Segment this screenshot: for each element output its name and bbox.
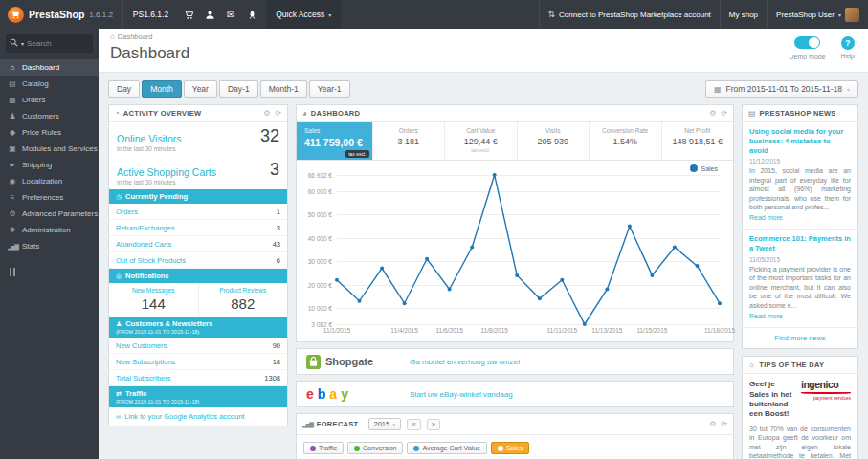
- toggle-sales[interactable]: Sales: [491, 442, 530, 454]
- settings-gear-icon[interactable]: ⚙: [709, 109, 716, 118]
- kpi-sales[interactable]: Sales 411 759,00 € tax excl.: [297, 122, 373, 160]
- chart-legend[interactable]: Sales: [690, 164, 718, 172]
- prestashop-home-link[interactable]: PrestaShop 1.6.1.2: [0, 7, 122, 23]
- toggle-average-cart-value[interactable]: Average Cart Value: [407, 442, 486, 454]
- toggle-traffic[interactable]: Traffic: [303, 442, 344, 454]
- demo-mode-toggle[interactable]: [794, 36, 820, 49]
- kpi-cart-value[interactable]: Cart Value 129,44 € tax excl.: [445, 122, 518, 160]
- row-value: 43: [273, 240, 280, 249]
- home-icon: ⌂: [110, 33, 115, 41]
- activity-overview-panel: ◔ ACTIVITY OVERVIEW ⚙ ⟳ Online Visitors …: [108, 104, 288, 426]
- pending-orders-row[interactable]: Orders1: [109, 204, 287, 220]
- kpi-orders[interactable]: Orders 3 181: [373, 122, 446, 160]
- shopgate-logo: Shopgate: [306, 355, 400, 369]
- kpi-label: Conversion Rate: [593, 127, 657, 134]
- my-shop-link[interactable]: My shop: [720, 0, 767, 29]
- onboarding-rocket-icon[interactable]: [241, 0, 262, 29]
- range-month-1-button[interactable]: Month-1: [260, 80, 307, 98]
- forecast-year-select[interactable]: 2015 ▾: [368, 418, 402, 430]
- sidebar-item-orders[interactable]: ▦Orders: [0, 92, 99, 108]
- pending-returns-row[interactable]: Return/Exchanges3: [109, 220, 287, 236]
- sidebar-item-shipping[interactable]: ►Shipping: [0, 157, 99, 173]
- toggle-conversion[interactable]: Conversion: [347, 442, 403, 454]
- refresh-icon[interactable]: ⟳: [721, 109, 727, 118]
- range-day-button[interactable]: Day: [108, 80, 140, 98]
- sidebar-item-customers[interactable]: ♟Customers: [0, 108, 99, 124]
- search-scope-caret-icon[interactable]: ▾: [21, 40, 24, 47]
- marketplace-connect-link[interactable]: ⇅ Connect to PrestaShop Marketplace acco…: [539, 0, 720, 29]
- kpi-value: 205 939: [522, 137, 586, 146]
- sidebar-item-preferences[interactable]: ≡Preferences: [0, 189, 99, 206]
- range-year-1-button[interactable]: Year-1: [309, 80, 350, 98]
- sidebar-search[interactable]: ▾: [6, 34, 93, 53]
- abandoned-carts-row[interactable]: Abandoned Carts43: [109, 236, 287, 252]
- total-subscribers-row[interactable]: Total Subscribers1308: [109, 370, 287, 386]
- date-range-button[interactable]: ▦ From 2015-11-01 To 2015-11-18 ▾: [705, 80, 858, 98]
- header-tools: Demo mode ? Help: [789, 36, 855, 60]
- sidebar-item-stats[interactable]: ▂▅▇Stats: [0, 238, 99, 254]
- refresh-icon[interactable]: ⟳: [721, 420, 727, 428]
- kpi-conversion-rate[interactable]: Conversion Rate 1.54%: [590, 122, 662, 160]
- ebay-logo: ebay: [306, 386, 400, 402]
- sidebar-item-price-rules[interactable]: ◆Price Rules: [0, 124, 99, 141]
- demo-mode-control: Demo mode: [789, 36, 825, 60]
- forecast-next-button[interactable]: »: [427, 419, 440, 430]
- range-day-1-button[interactable]: Day-1: [219, 80, 258, 98]
- sidebar-item-catalog[interactable]: ▤Catalog: [0, 76, 99, 92]
- cart-notifications-icon[interactable]: [178, 0, 199, 29]
- traffic-section-header: ⇄Traffic (FROM 2015-11-01 TO 2015-11-18): [109, 386, 287, 407]
- sidebar-item-localization[interactable]: ◉Localization: [0, 173, 99, 189]
- toggle-label: Conversion: [363, 445, 396, 451]
- sidebar-item-administration[interactable]: ❖Administration: [0, 222, 99, 238]
- new-customers-row[interactable]: New Customers90: [109, 338, 287, 354]
- product-reviews-stat[interactable]: Product Reviews 882: [199, 283, 288, 317]
- kpi-net-profit[interactable]: Net Profit 148 918,51 €: [662, 122, 734, 160]
- read-more-link[interactable]: Read more: [749, 214, 783, 221]
- read-more-link[interactable]: Read more: [749, 313, 783, 319]
- forecast-prev-button[interactable]: «: [407, 419, 420, 430]
- settings-gear-icon[interactable]: ⚙: [263, 109, 270, 118]
- help-icon[interactable]: ?: [841, 36, 855, 50]
- ebay-promo-link[interactable]: Start uw eBay-winkel vandaag: [410, 390, 513, 399]
- year-value: 2015: [374, 420, 390, 428]
- new-subscriptions-row[interactable]: New Subscriptions18: [109, 354, 287, 370]
- find-more-news-link[interactable]: Find more news: [743, 328, 857, 348]
- range-year-button[interactable]: Year: [184, 80, 217, 98]
- help-label: Help: [841, 53, 855, 59]
- refresh-icon[interactable]: ⟳: [275, 109, 281, 118]
- shop-name-link[interactable]: PS1.6.1.2: [122, 0, 178, 29]
- panel-title: PRESTASHOP NEWS: [760, 109, 836, 118]
- lightbulb-icon: ☼: [748, 361, 755, 369]
- ebay-letter: a: [329, 386, 336, 402]
- quick-access-menu[interactable]: Quick Access ▾: [266, 0, 341, 29]
- tax-note: tax excl.: [449, 147, 513, 153]
- link-icon: ∞: [116, 412, 121, 421]
- series-dot-icon: [498, 446, 503, 451]
- user-menu[interactable]: PrestaShop User ▾: [767, 0, 868, 29]
- customers-notifications-icon[interactable]: [199, 0, 220, 29]
- sidebar-item-modules[interactable]: ▣Modules and Services: [0, 141, 99, 157]
- sidebar-item-dashboard[interactable]: ⌂Dashboard: [0, 59, 99, 76]
- toggle-knob: [809, 37, 819, 48]
- out-of-stock-row[interactable]: Out of Stock Products6: [109, 252, 287, 269]
- kpi-visits[interactable]: Visits 205 939: [518, 122, 590, 160]
- stat-label: Product Reviews: [201, 287, 286, 294]
- search-input[interactable]: [27, 39, 77, 48]
- google-analytics-link[interactable]: ∞ Link to your Google Analytics account: [109, 407, 287, 426]
- chevron-down-icon: ▾: [847, 86, 850, 93]
- article-title-link[interactable]: Using social media for your business: 4 …: [749, 127, 851, 155]
- settings-gear-icon[interactable]: ⚙: [709, 420, 716, 428]
- range-month-button[interactable]: Month: [142, 80, 182, 98]
- modules-icon: ▣: [8, 144, 17, 153]
- gear-icon: ⚙: [8, 209, 17, 218]
- sidebar-item-advanced-parameters[interactable]: ⚙Advanced Parameters: [0, 206, 99, 222]
- shopgate-promo-link[interactable]: Ga mobiel en verhoog uw omzet: [410, 358, 520, 366]
- new-messages-stat[interactable]: New Messages 144: [109, 283, 199, 317]
- row-value: 6: [277, 256, 280, 265]
- chart-icon: ▂▅▇: [302, 421, 313, 427]
- collapse-menu-button[interactable]: [10, 268, 99, 276]
- x-tick-label: 11/4/2015: [390, 327, 417, 334]
- chart-plot: [337, 175, 720, 324]
- article-title-link[interactable]: Ecommerce 101: Payments in a Tweet: [749, 234, 851, 253]
- messages-notifications-icon[interactable]: ✉: [220, 0, 241, 29]
